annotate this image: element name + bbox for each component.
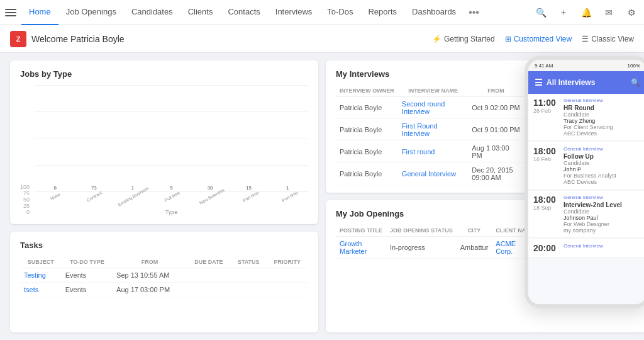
- interview-name-2[interactable]: First round: [402, 148, 435, 156]
- chart-wrapper: 8 73 1: [35, 85, 308, 192]
- jobs-by-type-title: Jobs by Type: [20, 69, 308, 79]
- phone-header: ☰ All Interviews 🔍: [528, 71, 644, 94]
- task-type-1: Events: [62, 283, 113, 297]
- nav-item-clients[interactable]: Clients: [180, 0, 221, 25]
- phone-entry-title-1: Follow Up: [564, 153, 616, 160]
- interview-from-2: Aug 1 03:00 PM: [468, 141, 524, 163]
- lightning-icon: ⚡: [432, 35, 441, 43]
- tasks-table: SUBJECT TO-DO TYPE FROM DUE DATE STATUS …: [20, 256, 308, 297]
- phone-entry-date-1: 16 Feb: [533, 156, 558, 162]
- candidate-0: Tracy Zheng: [564, 118, 595, 124]
- tasks-col-duedate: DUE DATE: [187, 256, 231, 268]
- add-icon[interactable]: ＋: [556, 5, 571, 20]
- tasks-col-status: STATUS: [231, 256, 267, 268]
- left-column: Jobs by Type 100 75 50 25 0: [10, 60, 318, 332]
- nav-item-job-openings[interactable]: Job Openings: [58, 0, 124, 25]
- interview-name-1[interactable]: First Round Interview: [402, 122, 438, 137]
- phone-battery: 100%: [628, 63, 640, 69]
- interview-name-3[interactable]: General Interview: [402, 170, 456, 178]
- top-navigation: Home Job Openings Candidates Clients Con…: [0, 0, 644, 25]
- main-content: Jobs by Type 100 75 50 25 0: [0, 53, 644, 340]
- classic-view-action[interactable]: ☰ Classic View: [582, 35, 634, 43]
- candidate-label-0: Candidate: [564, 111, 589, 118]
- search-icon[interactable]: 🔍: [533, 5, 548, 20]
- for-0: Client Servicing: [574, 124, 613, 130]
- nav-item-contacts[interactable]: Contacts: [220, 0, 267, 25]
- task-from-1: Aug 17 03:00 PM: [113, 283, 187, 297]
- interview-from-1: Oct 9 01:00 PM: [468, 119, 524, 141]
- phone-entry-time-0: 11:00: [533, 98, 558, 108]
- job-status-0: In-progress: [386, 237, 457, 259]
- settings-icon[interactable]: ⚙: [624, 5, 639, 20]
- x-axis-labels: None Contract Existing Business Full tim…: [35, 192, 308, 199]
- job-title-0[interactable]: Growth Marketer: [340, 240, 367, 255]
- phone-entry-2: 18:00 18 Sep General Interview Interview…: [528, 191, 644, 238]
- task-from-0: Sep 13 10:55 AM: [113, 268, 187, 283]
- phone-search-icon[interactable]: 🔍: [631, 78, 640, 87]
- x-axis-title: Type: [35, 209, 308, 215]
- interview-owner-1: Patricia Boyle: [336, 119, 398, 141]
- phone-entry-time-3: 20:00: [533, 243, 558, 253]
- col-posting-title: POSTING TITLE: [336, 225, 386, 237]
- phone-entry-date-0: 26 Feb: [533, 108, 558, 114]
- customized-view-label: Customized View: [514, 35, 572, 43]
- company-0: ABC Devices: [564, 130, 613, 137]
- grid-icon: ⊞: [505, 35, 511, 43]
- col-interview-name: INTERVIEW NAME: [398, 85, 468, 97]
- mail-icon[interactable]: ✉: [601, 5, 616, 20]
- job-client-0[interactable]: ACME Corp.: [496, 240, 516, 255]
- phone-menu-icon[interactable]: ☰: [535, 77, 543, 88]
- for-label-0: For: [564, 124, 572, 130]
- job-city-0: Ambattur: [457, 237, 492, 259]
- col-from: FROM: [468, 85, 524, 97]
- phone-entry-type-1: General Interview: [564, 146, 616, 152]
- for-label-2: For: [564, 221, 572, 227]
- interview-from-0: Oct 9 02:00 PM: [468, 97, 524, 119]
- welcome-text: Welcome Patricia Boyle: [31, 34, 125, 44]
- table-row: Testing Events Sep 13 10:55 AM: [20, 268, 308, 283]
- tasks-card: Tasks SUBJECT TO-DO TYPE FROM DUE DATE S…: [10, 232, 318, 332]
- task-link-tsets[interactable]: tsets: [24, 286, 38, 293]
- phone-content: 11:00 26 Feb General Interview HR Round …: [528, 94, 644, 304]
- interview-owner-0: Patricia Boyle: [336, 97, 398, 119]
- nav-more-icon[interactable]: •••: [464, 7, 484, 18]
- header-bar: Z Welcome Patricia Boyle ⚡ Getting Start…: [0, 25, 644, 53]
- notifications-icon[interactable]: 🔔: [579, 5, 594, 20]
- classic-view-label: Classic View: [591, 35, 634, 43]
- candidate-label-1: Candidate: [564, 160, 589, 166]
- phone-entry-3: 20:00 General Interview: [528, 239, 644, 258]
- col-job-opening-status: JOB OPENING STATUS: [386, 225, 457, 237]
- jobs-by-type-card: Jobs by Type 100 75 50 25 0: [10, 60, 318, 224]
- task-link-testing[interactable]: Testing: [24, 271, 46, 279]
- candidate-1: John P: [564, 166, 581, 173]
- interview-name-0[interactable]: Second round Interview: [402, 100, 445, 115]
- nav-items: Home Job Openings Candidates Clients Con…: [21, 0, 533, 25]
- nav-item-reports[interactable]: Reports: [360, 0, 404, 25]
- task-type-0: Events: [62, 268, 113, 283]
- nav-item-interviews[interactable]: Interviews: [268, 0, 320, 25]
- for-label-1: For: [564, 173, 572, 179]
- getting-started-action[interactable]: ⚡ Getting Started: [432, 35, 495, 43]
- company-1: ABC Devices: [564, 179, 616, 185]
- phone-entry-0: 11:00 26 Feb General Interview HR Round …: [528, 94, 644, 141]
- phone-entry-title-0: HR Round: [564, 105, 613, 111]
- list-icon: ☰: [582, 35, 589, 43]
- getting-started-label: Getting Started: [444, 35, 495, 43]
- tasks-title: Tasks: [20, 241, 308, 250]
- phone-entry-title-2: Interview-2nd Level: [564, 201, 622, 208]
- nav-item-home[interactable]: Home: [21, 0, 58, 25]
- tasks-col-type: TO-DO TYPE: [62, 256, 113, 268]
- hamburger-icon[interactable]: [5, 7, 16, 18]
- phone-entries: 11:00 26 Feb General Interview HR Round …: [528, 94, 644, 259]
- nav-item-candidates[interactable]: Candidates: [124, 0, 180, 25]
- customized-view-action[interactable]: ⊞ Customized View: [505, 35, 572, 43]
- col-interview-owner: INTERVIEW OWNER: [336, 85, 398, 97]
- phone-entry-type-3: General Interview: [564, 243, 603, 249]
- col-city: CITY: [457, 225, 492, 237]
- phone-entry-1: 18:00 16 Feb General Interview Follow Up…: [528, 142, 644, 190]
- tasks-col-priority: PRIORITY: [267, 256, 308, 268]
- nav-item-todos[interactable]: To-Dos: [319, 0, 360, 25]
- candidate-label-2: Candidate: [564, 208, 589, 215]
- logo: Z: [10, 31, 26, 47]
- nav-item-dashboards[interactable]: Dashboards: [404, 0, 464, 25]
